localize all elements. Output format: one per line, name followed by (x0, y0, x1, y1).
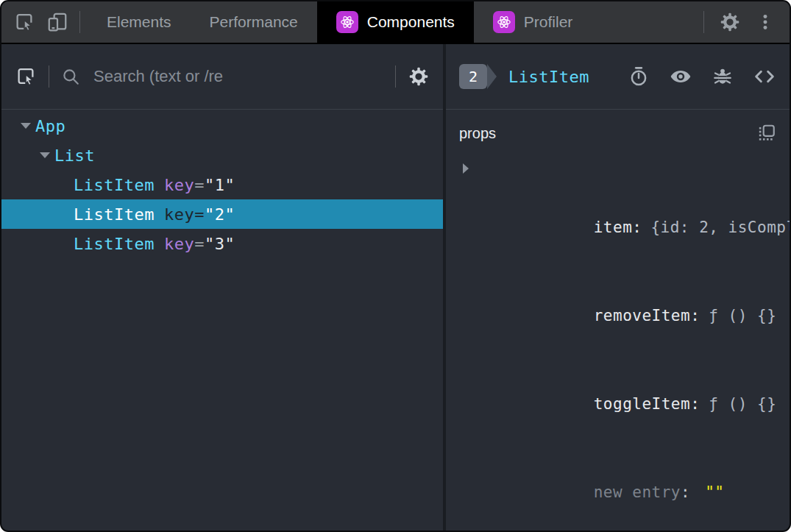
key-attr-equals: = (194, 176, 205, 194)
prop-value: ƒ () {} (709, 307, 776, 324)
key-attr-value: "1" (205, 176, 235, 194)
tab-components[interactable]: Components (317, 1, 474, 43)
select-element-icon[interactable] (15, 65, 37, 88)
copy-props-icon[interactable] (757, 124, 776, 143)
props-section-title: props (459, 125, 496, 142)
inspect-element-icon[interactable] (13, 11, 35, 33)
tree-settings-gear-icon[interactable] (408, 65, 430, 88)
key-badge-value: 2 (459, 64, 487, 89)
tree-row-listitem-3[interactable]: ListItemkey="3" (1, 229, 443, 258)
settings-gear-icon[interactable] (719, 11, 741, 33)
component-name: ListItem (74, 205, 155, 224)
collapse-caret-icon[interactable] (16, 123, 35, 129)
key-attr-value: "3" (205, 235, 235, 253)
tab-elements[interactable]: Elements (88, 1, 191, 43)
key-attr-name: key (164, 235, 194, 253)
search-input[interactable] (92, 66, 383, 87)
toolbar-divider (49, 65, 49, 88)
components-tree-panel: App List ListItemkey="1" ListItemkey="2"… (1, 44, 446, 531)
prop-name: item: (594, 219, 642, 236)
toolbar-divider (703, 11, 704, 33)
tree-row-listitem-2-selected[interactable]: ListItemkey="2" (1, 199, 443, 229)
toolbar-divider (79, 11, 80, 33)
component-name: List (54, 146, 95, 165)
component-name: ListItem (74, 235, 155, 253)
react-logo-icon (493, 11, 515, 33)
component-name: ListItem (74, 176, 155, 194)
prop-row-toggleitem[interactable]: toggleItem:ƒ () {} (459, 360, 776, 448)
key-attr-equals: = (194, 235, 205, 253)
bug-icon[interactable] (712, 65, 734, 88)
prop-row-item[interactable]: item:{id: 2, isComplete: t… (459, 154, 776, 272)
prop-row-removeitem[interactable]: removeItem:ƒ () {} (459, 272, 776, 360)
prop-name: toggleItem: (594, 395, 700, 413)
tree-row-listitem-1[interactable]: ListItemkey="1" (1, 170, 443, 199)
devtools-tab-bar: Elements Performance Components (1, 1, 790, 44)
tree-row-app[interactable]: App (1, 111, 443, 141)
tab-performance[interactable]: Performance (191, 1, 317, 43)
key-attr-name: key (164, 176, 194, 194)
key-attr-value: "2" (205, 205, 235, 224)
key-attr-equals: = (194, 205, 205, 224)
tab-label: Profiler (524, 13, 573, 31)
prop-value: ƒ () {} (709, 395, 776, 413)
eye-icon[interactable] (669, 65, 692, 88)
key-attr-name: key (164, 205, 194, 224)
tab-label: Performance (210, 13, 298, 31)
prop-row-new-entry[interactable]: new entry:"" (459, 448, 776, 532)
component-name: App (35, 117, 65, 135)
new-entry-colon: : (681, 483, 690, 501)
collapse-caret-icon[interactable] (35, 152, 54, 158)
kebab-menu-icon[interactable] (756, 13, 775, 32)
new-entry-label[interactable]: new entry (594, 483, 681, 501)
prop-value: {id: 2, isComplete: t… (650, 219, 791, 236)
search-icon (61, 67, 80, 86)
devtools-window: Elements Performance Components (0, 0, 791, 532)
react-logo-icon (336, 11, 358, 33)
toolbar-divider (395, 65, 396, 88)
key-badge-arrow (487, 64, 497, 89)
prop-name: removeItem: (594, 307, 700, 324)
expand-caret-icon[interactable] (463, 163, 469, 174)
tab-label: Elements (107, 13, 171, 31)
new-entry-value[interactable]: "" (705, 483, 724, 501)
selected-component-header: 2 ListItem (446, 44, 790, 110)
component-tree: App List ListItemkey="1" ListItemkey="2"… (1, 110, 443, 531)
view-source-icon[interactable] (753, 65, 776, 88)
device-toolbar-icon[interactable] (46, 11, 68, 33)
tree-row-list[interactable]: List (1, 141, 443, 170)
tree-toolbar (1, 44, 443, 110)
devtools-tabs: Elements Performance Components (88, 1, 592, 43)
props-section: props (446, 110, 790, 532)
tab-label: Components (367, 13, 455, 31)
stopwatch-icon[interactable] (628, 65, 650, 88)
tab-profiler[interactable]: Profiler (474, 1, 592, 43)
component-details-panel: 2 ListItem (446, 44, 790, 531)
selected-component-name: ListItem (508, 68, 589, 86)
key-badge: 2 (459, 64, 497, 89)
